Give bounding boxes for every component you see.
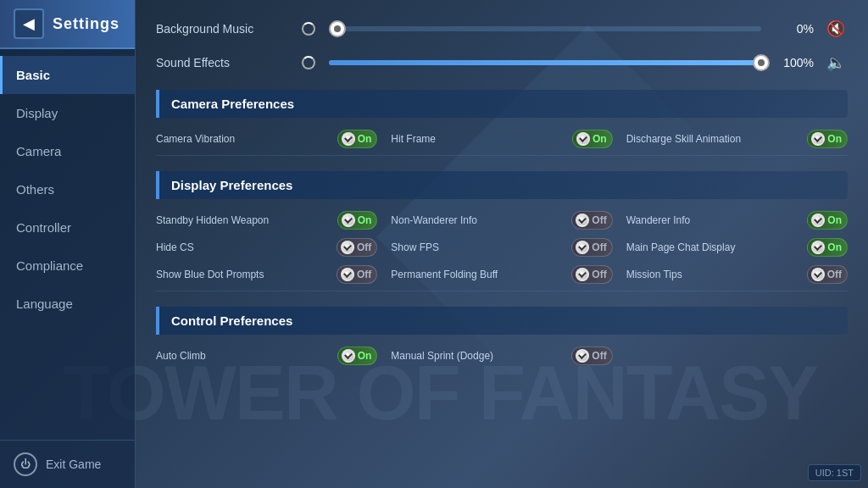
display-prefs-section: Display Preferences Standby Hidden Weapo… bbox=[156, 171, 848, 291]
non-wanderer-item: Non-Wanderer Info Off bbox=[391, 211, 612, 230]
manual-sprint-item: Manual Sprint (Dodge) Off bbox=[391, 347, 612, 365]
camera-prefs-header: Camera Preferences bbox=[156, 90, 848, 118]
hit-frame-label: Hit Frame bbox=[391, 133, 565, 145]
back-button[interactable]: ◀ bbox=[14, 8, 44, 39]
show-blue-dot-toggle[interactable]: Off bbox=[337, 265, 377, 284]
nav-item-camera[interactable]: Camera bbox=[0, 132, 135, 170]
show-fps-label: Show FPS bbox=[391, 241, 565, 253]
sound-effects-icon[interactable]: 🔈 bbox=[824, 51, 848, 75]
nav-item-language[interactable]: Language bbox=[0, 285, 135, 323]
hide-cs-toggle[interactable]: Off bbox=[337, 238, 377, 257]
nav-item-controller[interactable]: Controller bbox=[0, 208, 135, 247]
perm-folding-label: Permanent Folding Buff bbox=[391, 269, 565, 280]
show-fps-item: Show FPS Off bbox=[391, 238, 612, 257]
camera-vibration-knob bbox=[342, 132, 355, 146]
sound-effects-percent: 100% bbox=[771, 56, 814, 69]
camera-divider bbox=[156, 155, 848, 156]
header-title: Settings bbox=[53, 15, 120, 33]
camera-vibration-label: Camera Vibration bbox=[156, 133, 331, 145]
show-blue-dot-item: Show Blue Dot Prompts Off bbox=[156, 265, 377, 284]
mission-tips-knob bbox=[811, 268, 825, 281]
bg-music-thumb[interactable] bbox=[329, 20, 346, 37]
show-blue-dot-label: Show Blue Dot Prompts bbox=[156, 269, 330, 280]
camera-prefs-section: Camera Preferences Camera Vibration On H… bbox=[156, 90, 848, 156]
bg-music-mute-icon[interactable]: 🔇 bbox=[824, 17, 848, 41]
control-prefs-header: Control Preferences bbox=[156, 307, 848, 335]
hide-cs-label: Hide CS bbox=[156, 241, 330, 253]
wanderer-info-label: Wanderer Info bbox=[626, 214, 801, 226]
display-prefs-header: Display Preferences bbox=[156, 171, 848, 199]
camera-prefs-grid: Camera Vibration On Hit Frame On Dischar… bbox=[156, 130, 848, 148]
manual-sprint-toggle[interactable]: Off bbox=[571, 347, 612, 365]
mission-tips-label: Mission Tips bbox=[626, 269, 800, 280]
non-wanderer-label: Non-Wanderer Info bbox=[391, 214, 565, 226]
bg-music-row: Background Music 0% 🔇 bbox=[156, 17, 848, 41]
main-page-chat-knob bbox=[811, 241, 825, 254]
discharge-skill-label: Discharge Skill Animation bbox=[626, 133, 801, 145]
perm-folding-knob bbox=[576, 268, 589, 281]
audio-section: Background Music 0% 🔇 Sound Effects bbox=[156, 17, 848, 75]
perm-folding-toggle[interactable]: Off bbox=[571, 265, 612, 284]
wanderer-info-knob bbox=[811, 214, 825, 227]
sidebar: ◀ Settings Basic Display Camera Others C… bbox=[0, 0, 136, 488]
hit-frame-toggle[interactable]: On bbox=[572, 130, 613, 148]
sound-effects-fill bbox=[329, 60, 761, 65]
nav-item-basic[interactable]: Basic bbox=[0, 56, 135, 94]
auto-climb-knob bbox=[342, 349, 355, 363]
manual-sprint-label: Manual Sprint (Dodge) bbox=[391, 350, 565, 362]
sound-effects-track[interactable] bbox=[329, 60, 761, 65]
control-prefs-section: Control Preferences Auto Climb On Manual… bbox=[156, 307, 848, 365]
nav-item-others[interactable]: Others bbox=[0, 170, 135, 208]
bg-music-percent: 0% bbox=[771, 22, 814, 36]
main-content: Background Music 0% 🔇 Sound Effects bbox=[136, 0, 868, 488]
standby-hidden-knob bbox=[342, 214, 355, 227]
bg-music-spin-icon bbox=[302, 22, 315, 36]
manual-sprint-knob bbox=[576, 349, 589, 363]
non-wanderer-knob bbox=[576, 214, 589, 227]
camera-vibration-item: Camera Vibration On bbox=[156, 130, 377, 148]
power-icon: ⏻ bbox=[14, 452, 37, 476]
mission-tips-toggle[interactable]: Off bbox=[807, 265, 848, 284]
discharge-skill-item: Discharge Skill Animation On bbox=[626, 130, 848, 148]
wanderer-info-item: Wanderer Info On bbox=[626, 211, 848, 230]
standby-hidden-toggle[interactable]: On bbox=[337, 211, 378, 230]
bg-music-track[interactable] bbox=[329, 26, 761, 31]
main-page-chat-label: Main Page Chat Display bbox=[626, 241, 801, 253]
mission-tips-item: Mission Tips Off bbox=[626, 265, 848, 284]
sound-effects-spin-icon bbox=[302, 56, 315, 69]
camera-vibration-toggle[interactable]: On bbox=[337, 130, 378, 148]
display-divider bbox=[156, 291, 848, 291]
control-prefs-grid: Auto Climb On Manual Sprint (Dodge) Off bbox=[156, 347, 848, 365]
hit-frame-knob bbox=[576, 132, 590, 146]
show-fps-knob bbox=[576, 241, 589, 254]
sound-effects-thumb[interactable] bbox=[753, 54, 770, 71]
exit-button[interactable]: ⏻ Exit Game bbox=[0, 440, 135, 488]
main-page-chat-item: Main Page Chat Display On bbox=[626, 238, 848, 257]
non-wanderer-toggle[interactable]: Off bbox=[571, 211, 612, 230]
sound-effects-label: Sound Effects bbox=[156, 56, 292, 69]
standby-hidden-label: Standby Hidden Weapon bbox=[156, 214, 331, 226]
discharge-skill-toggle[interactable]: On bbox=[807, 130, 848, 148]
hide-cs-item: Hide CS Off bbox=[156, 238, 377, 257]
display-prefs-grid: Standby Hidden Weapon On Non-Wanderer In… bbox=[156, 211, 848, 284]
show-fps-toggle[interactable]: Off bbox=[571, 238, 612, 257]
show-blue-dot-knob bbox=[341, 268, 354, 281]
nav-item-display[interactable]: Display bbox=[0, 94, 135, 132]
auto-climb-toggle[interactable]: On bbox=[337, 347, 378, 365]
bg-music-label: Background Music bbox=[156, 22, 292, 36]
hide-cs-knob bbox=[341, 241, 354, 254]
hit-frame-item: Hit Frame On bbox=[391, 130, 612, 148]
standby-hidden-item: Standby Hidden Weapon On bbox=[156, 211, 377, 230]
perm-folding-item: Permanent Folding Buff Off bbox=[391, 265, 612, 284]
auto-climb-label: Auto Climb bbox=[156, 350, 331, 362]
main-page-chat-toggle[interactable]: On bbox=[807, 238, 848, 257]
discharge-skill-knob bbox=[811, 132, 825, 146]
exit-label: Exit Game bbox=[46, 458, 101, 471]
wanderer-info-toggle[interactable]: On bbox=[807, 211, 848, 230]
sound-effects-row: Sound Effects 100% 🔈 bbox=[156, 51, 848, 75]
auto-climb-item: Auto Climb On bbox=[156, 347, 377, 365]
nav-items: Basic Display Camera Others Controller C… bbox=[0, 49, 135, 440]
settings-header: ◀ Settings bbox=[0, 0, 135, 49]
nav-item-compliance[interactable]: Compliance bbox=[0, 247, 135, 285]
